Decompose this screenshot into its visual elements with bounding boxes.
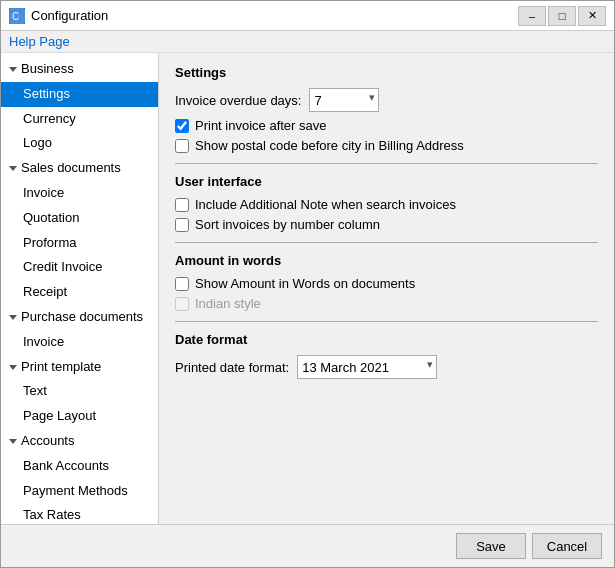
close-button[interactable]: ✕ [578,6,606,26]
sidebar-item-logo[interactable]: Logo [1,131,158,156]
sort-invoices-label[interactable]: Sort invoices by number column [195,217,380,232]
sidebar-item-proforma[interactable]: Proforma [1,231,158,256]
postal-code-label[interactable]: Show postal code before city in Billing … [195,138,464,153]
sidebar-item-bank-accounts[interactable]: Bank Accounts [1,454,158,479]
sidebar-item-settings[interactable]: Settings [1,82,158,107]
sidebar-item-page-layout[interactable]: Page Layout [1,404,158,429]
overdue-days-label: Invoice overdue days: [175,93,301,108]
show-amount-checkbox[interactable] [175,277,189,291]
sidebar-item-payment-methods[interactable]: Payment Methods [1,479,158,504]
sidebar-item-quotation[interactable]: Quotation [1,206,158,231]
sidebar-item-credit-invoice[interactable]: Credit Invoice [1,255,158,280]
overdue-select-wrap: 7 14 30 60 90 [309,88,379,112]
minimize-button[interactable]: – [518,6,546,26]
print-invoice-checkbox[interactable] [175,119,189,133]
collapse-purchase-icon [9,315,17,320]
sidebar-category-print[interactable]: Print template [1,355,158,380]
include-note-label[interactable]: Include Additional Note when search invo… [195,197,456,212]
sidebar-item-receipt[interactable]: Receipt [1,280,158,305]
include-note-checkbox[interactable] [175,198,189,212]
menu-bar: Help Page [1,31,614,53]
show-amount-row: Show Amount in Words on documents [175,276,598,291]
window-title: Configuration [31,8,518,23]
sidebar-category-sales[interactable]: Sales documents [1,156,158,181]
indian-style-checkbox[interactable] [175,297,189,311]
divider-1 [175,163,598,164]
content-area: Business Settings Currency Logo Sales do… [1,53,614,524]
app-icon: C [9,8,25,24]
indian-style-row: Indian style [175,296,598,311]
overdue-days-row: Invoice overdue days: 7 14 30 60 90 [175,88,598,112]
print-invoice-row: Print invoice after save [175,118,598,133]
sidebar-item-sales-invoice[interactable]: Invoice [1,181,158,206]
sidebar-item-tax-rates[interactable]: Tax Rates [1,503,158,524]
sidebar-category-purchase[interactable]: Purchase documents [1,305,158,330]
collapse-print-icon [9,365,17,370]
ui-section-title: User interface [175,174,598,189]
settings-section-title: Settings [175,65,598,80]
sidebar-item-purchase-invoice[interactable]: Invoice [1,330,158,355]
date-format-label: Printed date format: [175,360,289,375]
postal-code-checkbox[interactable] [175,139,189,153]
postal-code-row: Show postal code before city in Billing … [175,138,598,153]
sort-invoices-row: Sort invoices by number column [175,217,598,232]
sidebar: Business Settings Currency Logo Sales do… [1,53,159,524]
include-note-row: Include Additional Note when search invo… [175,197,598,212]
title-bar: C Configuration – □ ✕ [1,1,614,31]
overdue-days-select[interactable]: 7 14 30 60 90 [309,88,379,112]
sort-invoices-checkbox[interactable] [175,218,189,232]
collapse-business-icon [9,67,17,72]
window-controls: – □ ✕ [518,6,606,26]
date-format-row: Printed date format: 13 March 2021 March… [175,355,598,379]
amount-section-title: Amount in words [175,253,598,268]
sidebar-category-accounts[interactable]: Accounts [1,429,158,454]
collapse-accounts-icon [9,439,17,444]
date-section-title: Date format [175,332,598,347]
save-button[interactable]: Save [456,533,526,559]
main-panel: Settings Invoice overdue days: 7 14 30 6… [159,53,614,524]
cancel-button[interactable]: Cancel [532,533,602,559]
help-page-link[interactable]: Help Page [9,34,70,49]
print-invoice-label[interactable]: Print invoice after save [195,118,327,133]
sidebar-item-text[interactable]: Text [1,379,158,404]
footer: Save Cancel [1,524,614,567]
collapse-sales-icon [9,166,17,171]
divider-2 [175,242,598,243]
indian-style-label[interactable]: Indian style [195,296,261,311]
show-amount-label[interactable]: Show Amount in Words on documents [195,276,415,291]
svg-text:C: C [12,11,19,22]
date-format-select-wrap: 13 March 2021 March 13, 2021 13/03/2021 [297,355,437,379]
sidebar-category-business[interactable]: Business [1,57,158,82]
maximize-button[interactable]: □ [548,6,576,26]
divider-3 [175,321,598,322]
sidebar-item-currency[interactable]: Currency [1,107,158,132]
main-window: C Configuration – □ ✕ Help Page Business… [0,0,615,568]
date-format-select[interactable]: 13 March 2021 March 13, 2021 13/03/2021 [297,355,437,379]
